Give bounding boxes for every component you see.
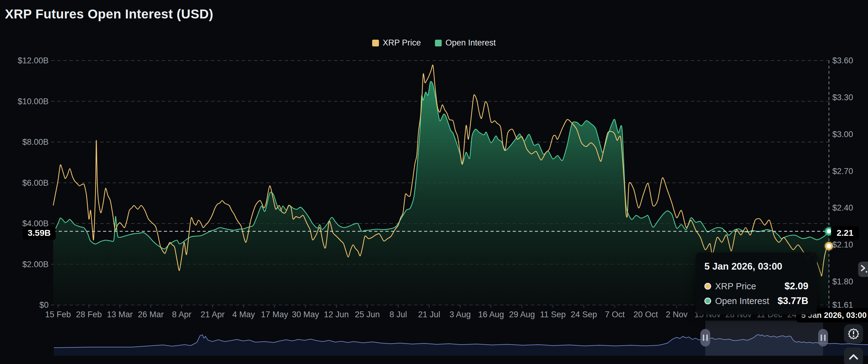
x-axis-label: 28 Feb <box>76 310 102 319</box>
x-axis-label: 25 Jun <box>355 310 380 319</box>
tooltip-label: Open Interest <box>715 296 769 306</box>
left-axis-label: $12.00B <box>18 56 49 65</box>
left-axis-label: $2.00B <box>22 260 49 269</box>
right-axis-label: $1.80 <box>832 277 853 286</box>
navigator-selection[interactable] <box>705 321 823 356</box>
expand-panel-handle[interactable] <box>858 262 868 277</box>
x-axis-label: 12 Jun <box>324 310 349 319</box>
xrp-futures-dashboard: { "page": { "title": "XRP Futures Open I… <box>0 0 868 364</box>
tooltip-value: $3.77B <box>778 295 808 306</box>
open-interest-bullet-icon <box>704 298 711 304</box>
left-axis-label: $6.00B <box>22 178 49 188</box>
navigator-handle-right[interactable] <box>818 329 828 346</box>
x-axis-label: 13 Mar <box>107 310 133 319</box>
tooltip-value: $2.09 <box>784 281 808 292</box>
right-axis-label: $3.30 <box>832 93 853 102</box>
xrp-price-bullet-icon <box>704 283 711 290</box>
x-axis-label: 24 Sep <box>570 310 597 319</box>
right-axis-label: $2.40 <box>832 203 853 212</box>
chart-tooltip: 5 Jan 2026, 03:00 XRP Price $2.09 Open I… <box>696 253 817 315</box>
x-axis-label: 26 Mar <box>138 310 164 319</box>
chevron-right-icon <box>859 263 868 275</box>
tooltip-label: XRP Price <box>715 281 756 292</box>
left-axis-label: $8.00B <box>22 137 49 147</box>
left-axis-label: $10.00B <box>18 97 49 106</box>
navigator[interactable] <box>54 321 868 356</box>
navigator-handle-left[interactable] <box>701 329 710 346</box>
x-axis-label: 8 Apr <box>172 310 191 319</box>
tooltip-row-xrp-price: XRP Price $2.09 <box>704 281 808 292</box>
right-axis-label: $3.60 <box>832 56 853 65</box>
left-axis-label: $0 <box>39 300 49 309</box>
xrp-price-marker <box>824 241 834 251</box>
x-axis-label: 20 Oct <box>633 310 658 319</box>
right-axis-label: $3.00 <box>832 130 853 139</box>
price-equivalent-badge: 2.21 <box>831 226 859 240</box>
x-axis-label: 4 May <box>232 310 255 319</box>
x-axis-label: 29 Aug <box>509 310 535 319</box>
x-axis-label: 8 Jul <box>390 310 407 319</box>
chevron-up-icon <box>847 350 860 364</box>
x-axis-label: 17 May <box>261 310 288 319</box>
x-axis-label: 2 Nov <box>666 310 688 319</box>
tooltip-row-open-interest: Open Interest $3.77B <box>704 295 808 306</box>
x-axis-label: 3 Aug <box>450 310 471 319</box>
x-axis-label: 15 Feb <box>45 310 71 319</box>
x-axis-label: 11 Sep <box>540 310 566 319</box>
x-axis-label: 21 Apr <box>200 310 224 319</box>
x-axis-label: 16 Aug <box>478 310 504 319</box>
whats-new-button[interactable] <box>844 324 863 343</box>
tooltip-date: 5 Jan 2026, 03:00 <box>704 261 808 272</box>
oi-last-value-badge: 3.59B <box>23 226 56 240</box>
collapse-panel-button[interactable] <box>844 348 863 364</box>
seal-alert-icon <box>847 327 860 340</box>
x-axis-label: 30 May <box>292 310 319 319</box>
right-axis-label: $2.70 <box>832 167 853 176</box>
right-axis-label: $2.10 <box>832 240 853 249</box>
x-axis-label: 7 Oct <box>605 310 625 319</box>
x-axis-label: 21 Jul <box>418 310 440 319</box>
